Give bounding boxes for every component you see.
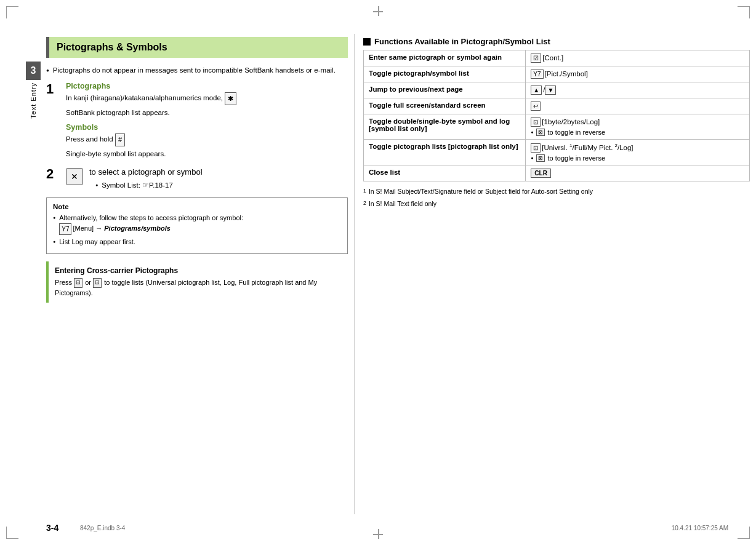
step1-body: Pictographs In kanji (hiragana)/katakana…: [66, 82, 348, 162]
symbols-subheading: Symbols: [66, 123, 348, 132]
note-heading: Note: [53, 203, 341, 210]
superscript-2: 2: [615, 143, 617, 148]
table-row: Enter same pictograph or symbol again ☑[…: [364, 50, 750, 66]
table-row: Toggle pictograph/symbol list Y7[Pict./S…: [364, 66, 750, 82]
note-box: Note Alternatively, follow the steps to …: [46, 197, 348, 254]
star-key: ✱: [225, 92, 236, 105]
section-header: Pictographs & Symbols: [46, 37, 348, 58]
highlight-title: Entering Cross-carrier Pictographs: [55, 266, 342, 275]
chapter-number: 3: [26, 62, 41, 80]
footnote-1-sup: 1: [363, 186, 366, 198]
pictograms-symbols-label: Pictograms/symbols: [104, 225, 171, 232]
table-cell-col2: ↩: [526, 98, 750, 114]
table-cell-col1: Close list: [364, 165, 526, 181]
table-row: Jump to previous/next page ▲/▼: [364, 82, 750, 98]
toggle-double-btn: ⊡: [531, 117, 541, 127]
pictographs-suffix: SoftBank pictograph list appears.: [66, 108, 348, 118]
table-row: Close list CLR: [364, 165, 750, 181]
table-cell-col2: Y7[Pict./Symbol]: [526, 66, 750, 82]
black-square-icon: [363, 38, 371, 46]
toggle-reverse-btn-row5: ⊠: [536, 129, 545, 136]
corner-decoration-br: [738, 527, 750, 539]
up-btn: ▲: [531, 86, 542, 95]
table-cell-col1: Jump to previous/next page: [364, 82, 526, 98]
step2-container: 2 ✕ to select a pictograph or symbol Sym…: [46, 167, 348, 190]
table-row: Toggle pictograph lists [pictograph list…: [364, 140, 750, 165]
step2-sub-bullet: Symbol List: ☞P.18-17: [95, 180, 203, 190]
table-cell-col2: ⊡[Univrsl. 1/Full/My Pict. 2/Log] ⊠ to t…: [526, 140, 750, 165]
step1-container: 1 Pictographs In kanji (hiragana)/kataka…: [46, 82, 348, 162]
pictographs-text: In kanji (hiragana)/katakana/alphanumeri…: [66, 92, 348, 105]
table-cell-col2: ⊡[1byte/2bytes/Log] ⊠ to toggle in rever…: [526, 114, 750, 140]
fullscreen-btn: ↩: [531, 101, 541, 111]
table-cell-col1: Toggle double/single-byte symbol and log…: [364, 114, 526, 140]
section-title: Pictographs & Symbols: [57, 42, 167, 52]
right-content-area: Functions Available in Pictograph/Symbol…: [363, 37, 750, 210]
footnote-2-sup: 2: [363, 199, 366, 210]
footer-file: 842p_E.indb 3-4: [80, 525, 125, 531]
footnote-2: 2 In S! Mail Text field only: [363, 199, 750, 210]
crosshair-top: [373, 6, 383, 16]
note-item-2: List Log may appear first.: [53, 237, 341, 247]
table-cell-col2: ☑[Cont.]: [526, 50, 750, 66]
table-row: Toggle double/single-byte symbol and log…: [364, 114, 750, 140]
note-item-1: Alternatively, follow the steps to acces…: [53, 213, 341, 235]
intro-bullet: Pictographs do not appear in messages se…: [46, 65, 348, 76]
corner-decoration-bl: [6, 527, 18, 539]
corner-decoration-tr: [738, 6, 750, 18]
table-cell-col2: CLR: [526, 165, 750, 181]
toggle-reverse-btn-row6: ⊠: [536, 154, 545, 162]
note-item-1-text: Alternatively, follow the steps to acces…: [59, 213, 243, 235]
corner-decoration-tl: [6, 6, 18, 18]
clr-btn: CLR: [531, 169, 551, 178]
hash-key: #: [115, 133, 125, 146]
toggle-pict-btn: ⊡: [531, 143, 541, 153]
chapter-sidebar: 3 Text Entry: [25, 62, 42, 508]
chapter-label: Text Entry: [30, 82, 37, 119]
menu-key-btn: Y7: [59, 223, 71, 235]
cont-btn: ☑: [531, 54, 541, 63]
content-divider: [354, 34, 355, 514]
step1-number: 1: [46, 82, 60, 162]
highlight-text: Press ⊡ or ⊡ to toggle lists (Universal …: [55, 277, 342, 298]
footnote-2-text: In S! Mail Text field only: [369, 199, 436, 210]
down-btn: ▼: [545, 86, 556, 95]
table-cell-col2: ▲/▼: [526, 82, 750, 98]
functions-heading: Functions Available in Pictograph/Symbol…: [363, 37, 750, 46]
toggle-btn-1: ⊡: [74, 278, 82, 288]
footnotes-area: 1 In S! Mail Subject/Text/Signature fiel…: [363, 186, 750, 210]
intro-bullet-text: Pictographs do not appear in messages se…: [53, 65, 336, 76]
table-bullet-row5: ⊠ to toggle in reverse: [531, 129, 744, 136]
footnote-1: 1 In S! Mail Subject/Text/Signature fiel…: [363, 186, 750, 198]
table-bullet-row6: ⊠ to toggle in reverse: [531, 154, 744, 162]
table-cell-col1: Toggle pictograph lists [pictograph list…: [364, 140, 526, 165]
page-number: 3-4: [46, 523, 58, 533]
footnote-1-text: In S! Mail Subject/Text/Signature field …: [369, 186, 593, 198]
note-item-2-text: List Log may appear first.: [59, 237, 135, 247]
table-row: Toggle full screen/standard screen ↩: [364, 98, 750, 114]
step2-sub-bullet-text: Symbol List: ☞P.18-17: [102, 180, 173, 190]
symbols-text: Press and hold #: [66, 133, 348, 146]
step2-icon: ✕: [66, 168, 83, 185]
table-cell-col1: Toggle full screen/standard screen: [364, 98, 526, 114]
table-cell-col1: Toggle pictograph/symbol list: [364, 66, 526, 82]
functions-heading-text: Functions Available in Pictograph/Symbol…: [374, 37, 550, 46]
step2-text: to select a pictograph or symbol Symbol …: [89, 167, 203, 190]
step2-main-text: to select a pictograph or symbol: [89, 167, 203, 177]
toggle-btn-2: ⊡: [93, 278, 102, 288]
superscript-1: 1: [569, 143, 572, 148]
left-content-area: Pictographs & Symbols Pictographs do not…: [46, 37, 348, 308]
crosshair-bottom: [373, 529, 383, 539]
pictographs-subheading: Pictographs: [66, 82, 348, 90]
table-cell-col1: Enter same pictograph or symbol again: [364, 50, 526, 66]
footer-date: 10.4.21 10:57:25 AM: [672, 525, 728, 531]
symbols-suffix: Single-byte symbol list appears.: [66, 149, 348, 159]
pict-symbol-btn: Y7: [531, 70, 543, 79]
toggle-reverse-text-row5: to toggle in reverse: [548, 129, 606, 136]
highlight-box: Entering Cross-carrier Pictographs Press…: [46, 261, 348, 303]
step2-number: 2: [46, 167, 60, 181]
menu-label: [Menu]: [73, 225, 94, 232]
functions-table: Enter same pictograph or symbol again ☑[…: [363, 50, 750, 181]
toggle-reverse-text-row6: to toggle in reverse: [548, 154, 606, 162]
